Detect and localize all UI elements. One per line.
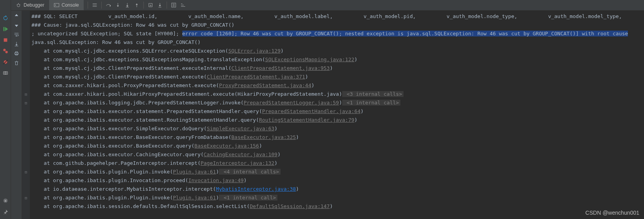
console-line: at com.zaxxer.hikari.pool.HikariProxyPre…	[31, 90, 641, 99]
main-area: Debugger Console	[11, 0, 644, 219]
thread-dump-icon[interactable]	[2, 70, 9, 76]
console-line: at org.apache.ibatis.plugin.Plugin.invok…	[31, 168, 641, 176]
tab-label: Console	[62, 2, 79, 8]
console-line: at com.zaxxer.hikari.pool.ProxyPreparedS…	[31, 81, 641, 90]
svg-point-2	[3, 49, 6, 51]
bug-icon	[16, 2, 21, 8]
svg-rect-1	[4, 38, 7, 42]
console-icon	[54, 2, 59, 8]
console-line: at org.apache.ibatis.plugin.Invocation.p…	[31, 176, 641, 185]
console-wrap: ⊞⊞⊞⊞ ### SQL: SELECT v_auth_model.id, v_…	[22, 11, 644, 219]
source-link[interactable]: PageInterceptor.java:132	[200, 160, 274, 166]
fold-toggle	[22, 81, 30, 90]
down-icon[interactable]	[14, 22, 19, 28]
fold-toggle	[22, 124, 30, 133]
resume-icon[interactable]	[2, 26, 9, 32]
rerun-icon[interactable]	[2, 15, 9, 21]
trace-icon[interactable]	[179, 1, 187, 9]
console-line: ### Cause: java.sql.SQLException: Row 46…	[31, 21, 641, 29]
console-line: at com.mysql.cj.jdbc.exceptions.SQLError…	[31, 47, 641, 55]
source-link[interactable]: Plugin.java:61	[173, 195, 216, 201]
watermark: CSDN @wenchun001	[585, 210, 639, 216]
source-link[interactable]: ClientPreparedStatement.java:371	[207, 74, 305, 80]
fold-toggle	[22, 47, 30, 55]
fold-gutter: ⊞⊞⊞⊞	[22, 11, 30, 219]
show-execution-point-icon[interactable]	[90, 1, 99, 9]
fold-toggle	[22, 73, 30, 81]
source-link[interactable]: ClientPreparedStatement.java:953	[231, 65, 330, 71]
fold-toggle	[22, 116, 30, 124]
fold-toggle	[22, 150, 30, 159]
source-link[interactable]: Invocation.java:49	[188, 177, 244, 183]
stop-icon[interactable]	[2, 37, 9, 43]
source-link[interactable]: RoutingStatementHandler.java:79	[259, 117, 354, 123]
internal-calls-badge[interactable]: <3 internal calls>	[342, 91, 404, 97]
source-link[interactable]: PreparedStatementLogger.java:59	[244, 100, 339, 106]
force-step-into-icon[interactable]	[123, 1, 132, 9]
console-line: ; uncategorized SQLException; SQL state …	[31, 29, 641, 38]
fold-toggle	[22, 64, 30, 73]
mute-breakpoints-icon[interactable]	[2, 59, 9, 65]
tab-debugger[interactable]: Debugger	[11, 0, 49, 10]
step-into-icon[interactable]	[114, 1, 122, 9]
print-icon[interactable]	[14, 51, 19, 56]
fold-toggle	[22, 107, 30, 116]
svg-rect-20	[15, 62, 17, 65]
tab-console[interactable]: Console	[49, 0, 84, 10]
internal-calls-badge[interactable]: <1 internal call>	[219, 195, 277, 201]
fold-toggle[interactable]: ⊞	[22, 168, 30, 176]
source-link[interactable]: BaseExecutor.java:325	[231, 134, 296, 140]
source-link[interactable]: SQLExceptionsMapping.java:122	[265, 57, 354, 62]
internal-calls-badge[interactable]: <1 internal call>	[342, 100, 401, 106]
console-output[interactable]: ### SQL: SELECT v_auth_model.id, v_auth_…	[30, 11, 644, 219]
fold-toggle[interactable]: ⊞	[22, 90, 30, 99]
source-link[interactable]: MybatisInterceptor.java:38	[216, 186, 296, 192]
breakpoints-icon[interactable]	[2, 48, 9, 54]
console-line: at org.apache.ibatis.executor.BaseExecut…	[31, 133, 641, 142]
fold-toggle[interactable]: ⊞	[22, 193, 30, 202]
step-over-icon[interactable]	[104, 1, 113, 9]
console-line: at io.dataease.interceptor.MybatisInterc…	[31, 185, 641, 193]
svg-point-7	[4, 72, 6, 74]
console-line: at org.apache.ibatis.executor.SimpleExec…	[31, 124, 641, 133]
softwrap-icon[interactable]	[14, 32, 19, 37]
console-line: at org.apache.ibatis.executor.statement.…	[31, 116, 641, 124]
fold-toggle	[22, 185, 30, 193]
clear-icon[interactable]	[14, 60, 19, 66]
tab-bar: Debugger Console	[11, 0, 644, 11]
drop-frame-icon[interactable]	[146, 1, 155, 9]
source-link[interactable]: Plugin.java:61	[173, 169, 216, 175]
fold-toggle	[22, 133, 30, 142]
source-link[interactable]: SimpleExecutor.java:63	[207, 126, 274, 131]
scroll-end-icon[interactable]	[14, 41, 19, 47]
evaluate-icon[interactable]	[169, 1, 178, 9]
source-link[interactable]: DefaultSqlSession.java:147	[250, 203, 330, 209]
highlighted-text: error code [1260]; Row 46 was cut by GRO…	[182, 31, 628, 36]
svg-rect-0	[3, 27, 4, 31]
console-line: at com.github.pagehelper.PageInterceptor…	[31, 159, 641, 168]
step-out-icon[interactable]	[132, 1, 141, 9]
fold-toggle	[22, 176, 30, 185]
source-link[interactable]: ProxyPreparedStatement.java:44	[219, 82, 311, 88]
console-line: at org.apache.ibatis.logging.jdbc.Prepar…	[31, 99, 641, 107]
fold-toggle	[22, 21, 30, 29]
console-line: at org.apache.ibatis.executor.BaseExecut…	[31, 142, 641, 150]
source-link[interactable]: CachingExecutor.java:109	[204, 151, 277, 157]
console-line: at org.apache.ibatis.executor.statement.…	[31, 107, 641, 116]
fold-toggle	[22, 29, 30, 38]
console-line: java.sql.SQLException: Row 46 was cut by…	[31, 38, 641, 47]
up-icon[interactable]	[14, 13, 19, 18]
source-link[interactable]: BaseExecutor.java:156	[194, 143, 259, 149]
console-line: at org.apache.ibatis.session.defaults.De…	[31, 202, 641, 211]
source-link[interactable]: SQLError.java:129	[228, 48, 281, 54]
pin-icon[interactable]	[2, 209, 9, 215]
internal-calls-badge[interactable]: <4 internal calls>	[219, 169, 281, 175]
console-line: at com.mysql.cj.jdbc.exceptions.SQLExcep…	[31, 55, 641, 64]
debug-toolbar	[84, 0, 190, 10]
source-link[interactable]: PreparedStatementHandler.java:64	[262, 108, 360, 114]
run-to-cursor-icon[interactable]	[156, 1, 164, 9]
fold-toggle	[22, 12, 30, 21]
fold-toggle	[22, 202, 30, 211]
settings-icon[interactable]	[2, 198, 9, 204]
fold-toggle[interactable]: ⊞	[22, 99, 30, 107]
